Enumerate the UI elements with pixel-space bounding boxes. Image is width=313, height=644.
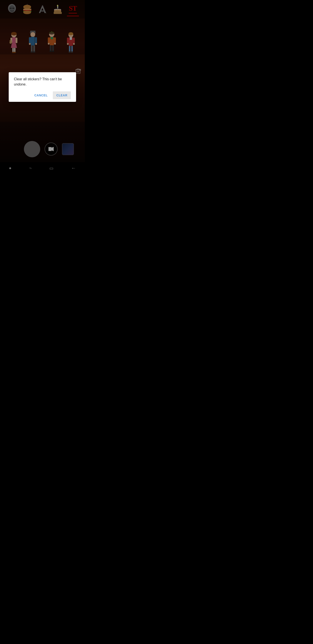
confirm-dialog: Clear all stickers? This can't be undone…: [9, 72, 76, 102]
cancel-button[interactable]: CANCEL: [31, 92, 51, 99]
dialog-overlay: Clear all stickers? This can't be undone…: [0, 0, 85, 174]
clear-button[interactable]: CLEAR: [53, 92, 71, 99]
dialog-buttons: CANCEL CLEAR: [14, 92, 71, 99]
dialog-message: Clear all stickers? This can't be undone…: [14, 76, 71, 87]
